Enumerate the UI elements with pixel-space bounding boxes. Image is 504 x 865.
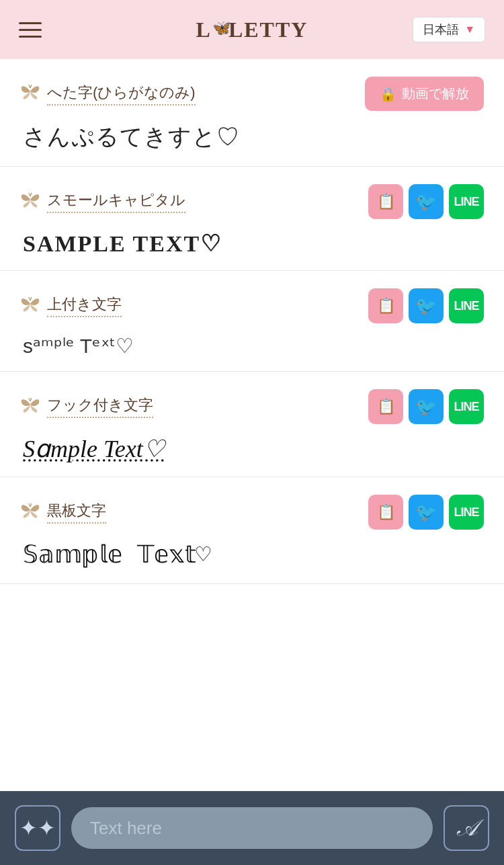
text-input[interactable] — [71, 807, 433, 849]
svg-line-3 — [30, 193, 32, 196]
hook-copy-button[interactable]: 📋 — [368, 389, 403, 424]
main-content: へた字(ひらがなのみ) 🔒 動画で解放 さんぷるてきすと♡ — [0, 59, 504, 671]
svg-line-5 — [30, 297, 32, 300]
section-heta-title: へた字(ひらがなのみ) — [47, 83, 196, 106]
copy-icon-2: 📋 — [377, 297, 395, 315]
small-caps-copy-button[interactable]: 📋 — [368, 184, 403, 219]
hook-twitter-button[interactable]: 🐦 — [409, 389, 444, 424]
svg-line-7 — [30, 398, 32, 401]
section-blackboard-title-group: 黒板文字 — [20, 501, 106, 524]
section-blackboard-title: 黒板文字 — [47, 501, 106, 524]
superscript-line-button[interactable]: LINE — [449, 288, 484, 323]
svg-line-1 — [30, 85, 32, 88]
hamburger-menu[interactable] — [19, 22, 42, 38]
twitter-icon: 🐦 — [415, 192, 437, 212]
line-icon-3: LINE — [454, 400, 478, 414]
butterfly-icon-small-caps — [20, 191, 40, 213]
copy-icon-3: 📋 — [377, 398, 395, 415]
language-label: 日本語 — [423, 22, 459, 38]
superscript-copy-button[interactable]: 📋 — [368, 288, 403, 323]
small-caps-preview-text: SAMPLE TEXT♡ — [20, 230, 484, 257]
hook-preview-text: Sɑmple Text♡ — [20, 435, 484, 463]
section-small-caps-header: スモールキャピタル 📋 🐦 LINE — [20, 184, 484, 219]
font-style-button[interactable]: 𝒜 — [444, 805, 489, 851]
svg-line-9 — [30, 503, 32, 507]
lock-video-button[interactable]: 🔒 動画で解放 — [365, 77, 484, 111]
blackboard-line-button[interactable]: LINE — [449, 495, 484, 530]
blackboard-twitter-button[interactable]: 🐦 — [409, 495, 444, 530]
section-hook-title-group: フック付き文字 — [20, 395, 153, 418]
app-header: L 🦋 LETTY 日本語 ▼ — [0, 0, 504, 59]
sparkle-button[interactable]: ✦✦ — [15, 805, 60, 851]
bottom-toolbar: ✦✦ 𝒜 — [0, 791, 504, 865]
section-blackboard: 黒板文字 📋 🐦 LINE 𝕊𝕒𝕞𝕡𝕝𝕖 𝕋𝕖𝕩𝕥♡ — [0, 477, 504, 584]
superscript-preview-text: sᵃᵐᵖˡᵉ Tᵉˣᵗ♡ — [20, 334, 484, 358]
section-small-caps: スモールキャピタル 📋 🐦 LINE SAMPLE TEXT♡ — [0, 167, 504, 271]
small-caps-share-buttons: 📋 🐦 LINE — [368, 184, 484, 219]
lock-button-label: 動画で解放 — [402, 85, 469, 103]
section-hook-header: フック付き文字 📋 🐦 LINE — [20, 389, 484, 424]
superscript-twitter-button[interactable]: 🐦 — [409, 288, 444, 323]
line-icon-4: LINE — [454, 505, 478, 520]
small-caps-twitter-button[interactable]: 🐦 — [409, 184, 444, 219]
blackboard-preview-text: 𝕊𝕒𝕞𝕡𝕝𝕖 𝕋𝕖𝕩𝕥♡ — [20, 540, 484, 570]
section-hook-title: フック付き文字 — [47, 395, 153, 418]
section-small-caps-title-group: スモールキャピタル — [20, 190, 185, 213]
superscript-share-buttons: 📋 🐦 LINE — [368, 288, 484, 323]
logo-text: L 🦋 LETTY — [196, 17, 308, 42]
logo-letter-l: L — [196, 17, 212, 42]
twitter-icon-4: 🐦 — [415, 502, 437, 523]
twitter-icon-3: 🐦 — [415, 397, 437, 417]
section-superscript-title: 上付き文字 — [47, 294, 122, 317]
section-heta-title-group: へた字(ひらがなのみ) — [20, 83, 196, 106]
section-superscript: 上付き文字 📋 🐦 LINE sᵃᵐᵖˡᵉ Tᵉˣᵗ♡ — [0, 271, 504, 372]
section-superscript-header: 上付き文字 📋 🐦 LINE — [20, 288, 484, 323]
line-icon-2: LINE — [454, 299, 478, 313]
twitter-icon-2: 🐦 — [415, 296, 437, 317]
section-small-caps-title: スモールキャピタル — [47, 190, 185, 213]
section-hook: フック付き文字 📋 🐦 LINE Sɑmple Text♡ — [0, 372, 504, 477]
sparkle-icon: ✦✦ — [19, 815, 56, 841]
small-caps-line-button[interactable]: LINE — [449, 184, 484, 219]
hook-line-button[interactable]: LINE — [449, 389, 484, 424]
section-superscript-title-group: 上付き文字 — [20, 294, 122, 317]
copy-icon-4: 📋 — [377, 503, 395, 521]
line-icon: LINE — [454, 195, 478, 209]
butterfly-icon-heta — [20, 83, 40, 105]
butterfly-icon-hook — [20, 396, 40, 418]
heta-preview-text: さんぷるてきすと♡ — [20, 122, 484, 153]
butterfly-icon-superscript — [20, 295, 40, 317]
butterfly-icon-blackboard — [20, 501, 40, 524]
language-selector[interactable]: 日本語 ▼ — [413, 17, 485, 42]
lock-icon: 🔒 — [380, 86, 396, 102]
chevron-down-icon: ▼ — [464, 24, 475, 36]
hook-share-buttons: 📋 🐦 LINE — [368, 389, 484, 424]
logo-remaining: LETTY — [228, 17, 308, 42]
blackboard-share-buttons: 📋 🐦 LINE — [368, 495, 484, 530]
section-heta-header: へた字(ひらがなのみ) 🔒 動画で解放 — [20, 77, 484, 111]
copy-icon: 📋 — [377, 193, 395, 210]
blackboard-copy-button[interactable]: 📋 — [368, 495, 403, 530]
logo: L 🦋 LETTY — [196, 17, 308, 42]
section-blackboard-header: 黒板文字 📋 🐦 LINE — [20, 495, 484, 530]
font-style-icon: 𝒜 — [457, 815, 476, 841]
section-heta: へた字(ひらがなのみ) 🔒 動画で解放 さんぷるてきすと♡ — [0, 59, 504, 167]
